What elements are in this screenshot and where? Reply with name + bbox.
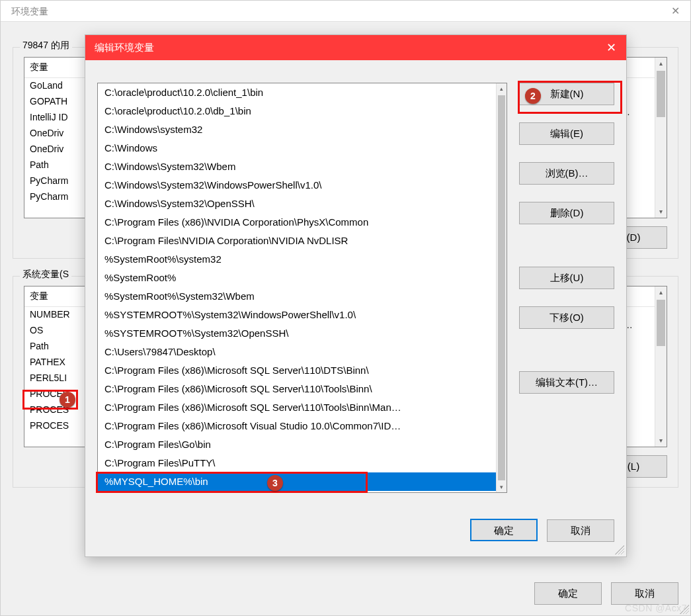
path-rows: C:\oracle\product\10.2.0\client_1\binC:\… [98,83,496,492]
path-row[interactable]: C:\Program Files\Go\bin [98,435,496,454]
move-up-button[interactable]: 上移(U) [519,267,614,289]
scroll-up-icon[interactable]: ▴ [655,286,667,298]
path-row[interactable]: %SYSTEMROOT%\System32\WindowsPowerShell\… [98,306,496,324]
scroll-up-icon[interactable]: ▴ [497,83,507,94]
path-row[interactable]: C:\Windows\System32\WindowsPowerShell\v1… [98,176,496,195]
scroll-thumb[interactable] [657,71,665,117]
modal-side-buttons: 新建(N) 编辑(E) 浏览(B)… 删除(D) 上移(U) 下移(O) 编辑文… [519,83,614,411]
path-entries-list[interactable]: C:\oracle\product\10.2.0\client_1\binC:\… [97,83,507,493]
modal-cancel-button[interactable]: 取消 [547,519,614,542]
modal-titlebar[interactable]: 编辑环境变量 ✕ [85,35,626,60]
path-row[interactable]: C:\Program Files (x86)\NVIDIA Corporatio… [98,213,496,232]
edit-text-button[interactable]: 编辑文本(T)… [519,371,614,394]
path-row[interactable]: C:\Windows [98,139,496,157]
path-row[interactable]: C:\Windows\System32\OpenSSH\ [98,195,496,213]
parent-footer: 确定 取消 [528,582,678,605]
delete-button[interactable]: 删除(D) [519,202,614,224]
browse-button[interactable]: 浏览(B)… [519,162,614,185]
scroll-thumb[interactable] [498,95,505,480]
path-row[interactable]: %SYSTEMROOT%\System32\OpenSSH\ [98,324,496,343]
path-row[interactable]: C:\Program Files (x86)\Microsoft Visual … [98,417,496,435]
path-row[interactable]: %SystemRoot% [98,269,496,287]
modal-ok-button[interactable]: 确定 [470,519,538,541]
system-scrollbar[interactable]: ▴ ▾ [655,286,667,447]
path-row[interactable]: C:\Program Files\PuTTY\ [98,454,496,472]
path-row[interactable]: C:\oracle\product\10.2.0\db_1\bin [98,102,496,120]
modal-footer: 确定 取消 [464,519,614,542]
parent-title: 环境变量 [1,1,690,22]
path-row[interactable]: C:\Program Files (x86)\Microsoft SQL Ser… [98,380,496,398]
new-button[interactable]: 新建(N) [519,83,614,105]
path-row[interactable]: C:\Users\79847\Desktop\ [98,343,496,361]
edit-env-var-dialog: 编辑环境变量 ✕ C:\oracle\product\10.2.0\client… [85,34,627,557]
scroll-thumb[interactable] [657,300,665,346]
parent-close-icon[interactable]: ✕ [660,1,690,22]
scroll-up-icon[interactable]: ▴ [655,58,667,69]
modal-title: 编辑环境变量 [95,42,154,53]
parent-cancel-button[interactable]: 取消 [611,582,678,605]
parent-ok-button[interactable]: 确定 [534,582,602,605]
user-scrollbar[interactable]: ▴ ▾ [655,58,667,218]
path-row[interactable]: C:\Windows\System32\Wbem [98,157,496,176]
resize-grip-icon[interactable] [680,605,689,614]
path-row[interactable]: %MYSQL_HOME%\bin [98,472,496,491]
resize-grip-icon[interactable] [615,545,624,554]
modal-close-icon[interactable]: ✕ [596,35,626,60]
move-down-button[interactable]: 下移(O) [519,306,614,329]
path-row[interactable]: C:\Program Files\NVIDIA Corporation\NVID… [98,232,496,250]
scroll-down-icon[interactable]: ▾ [655,435,667,447]
path-row[interactable]: %SystemRoot%\system32 [98,250,496,269]
path-row[interactable]: %SystemRoot%\System32\Wbem [98,287,496,306]
path-row[interactable]: C:\oracle\product\10.2.0\client_1\bin [98,83,496,102]
scroll-down-icon[interactable]: ▾ [655,206,667,218]
path-row[interactable]: C:\Program Files (x86)\Microsoft SQL Ser… [98,398,496,417]
path-row[interactable]: C:\Program Files (x86)\Microsoft SQL Ser… [98,361,496,380]
modal-scrollbar[interactable]: ▴ ▾ [496,83,507,492]
path-row[interactable]: C:\Windows\system32 [98,120,496,139]
scroll-down-icon[interactable]: ▾ [497,482,507,492]
edit-button[interactable]: 编辑(E) [519,122,614,145]
